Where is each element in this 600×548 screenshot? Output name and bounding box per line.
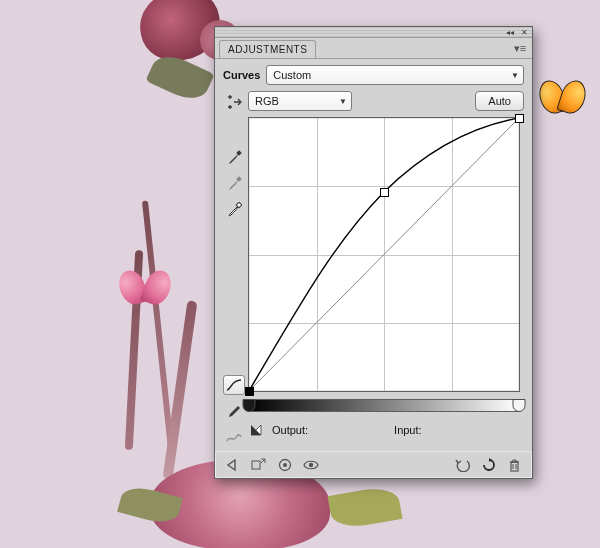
curves-graph[interactable] (248, 117, 520, 392)
clip-warning-icon[interactable] (248, 422, 264, 438)
panel-titlebar[interactable]: ◂◂ ✕ (215, 27, 532, 38)
io-readout: Output: Input: (248, 422, 524, 438)
curve-mode-icon[interactable] (223, 375, 245, 395)
input-ramp[interactable] (248, 399, 520, 412)
smooth-icon[interactable] (224, 429, 244, 447)
curve-point-shadow[interactable] (245, 387, 254, 396)
tab-label: ADJUSTMENTS (228, 44, 307, 55)
svg-point-6 (283, 463, 287, 467)
panel-footer (215, 451, 532, 478)
pencil-mode-icon[interactable] (224, 403, 244, 421)
reset-icon[interactable] (478, 456, 498, 474)
tool-column (223, 91, 245, 447)
tab-adjustments[interactable]: ADJUSTMENTS (219, 40, 316, 58)
channel-value: RGB (255, 95, 325, 107)
clip-to-layer-icon[interactable] (275, 456, 295, 474)
curve-svg (249, 118, 519, 391)
input-label: Input: (394, 424, 422, 436)
curve-point-highlight[interactable] (515, 114, 524, 123)
trash-icon[interactable] (504, 456, 524, 474)
eyedropper-white-icon[interactable] (224, 201, 244, 219)
svg-rect-4 (252, 461, 260, 469)
panel-menu-icon[interactable]: ▾≡ (512, 40, 528, 56)
auto-button[interactable]: Auto (475, 91, 524, 111)
svg-line-3 (249, 118, 519, 391)
back-icon[interactable] (223, 456, 243, 474)
white-point-slider[interactable] (513, 399, 526, 412)
previous-state-icon[interactable] (452, 456, 472, 474)
chevron-down-icon: ▼ (325, 97, 347, 106)
expand-view-icon[interactable] (249, 456, 269, 474)
chevron-down-icon: ▼ (497, 71, 519, 80)
panel-tabbar: ADJUSTMENTS ▾≡ (215, 38, 532, 59)
preset-dropdown[interactable]: Custom ▼ (266, 65, 524, 85)
svg-point-7 (309, 463, 313, 467)
targeted-adjustment-icon[interactable] (224, 93, 244, 111)
auto-button-label: Auto (488, 95, 511, 107)
close-icon[interactable]: ✕ (519, 29, 529, 36)
preset-value: Custom (273, 69, 497, 81)
svg-rect-8 (511, 462, 518, 471)
black-point-slider[interactable] (243, 399, 256, 412)
output-label: Output: (272, 424, 308, 436)
visibility-icon[interactable] (301, 456, 321, 474)
adjustments-panel: ◂◂ ✕ ADJUSTMENTS ▾≡ Curves Custom ▼ (214, 26, 533, 479)
collapse-icon[interactable]: ◂◂ (505, 29, 515, 36)
eyedropper-gray-icon[interactable] (224, 175, 244, 193)
adjustment-title: Curves (223, 69, 260, 81)
channel-dropdown[interactable]: RGB ▼ (248, 91, 352, 111)
curve-point-mid[interactable] (380, 188, 389, 197)
eyedropper-black-icon[interactable] (224, 149, 244, 167)
